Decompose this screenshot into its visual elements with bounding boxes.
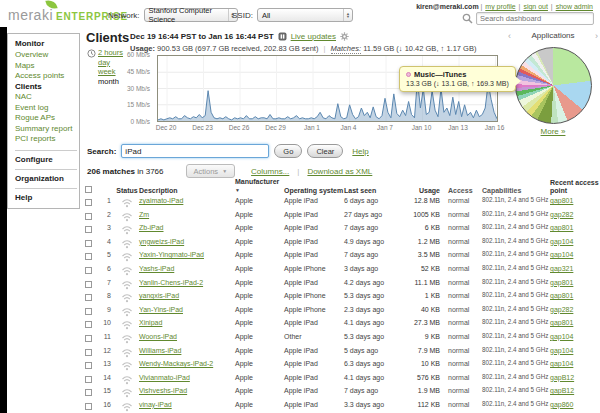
next-widget-arrow[interactable]: › [595,31,598,41]
row-checkbox[interactable] [85,226,92,233]
access-point-link[interactable]: gapB12 [550,387,574,394]
client-link[interactable]: Vishveshs-iPad [139,387,187,394]
row-checkbox[interactable] [85,240,92,247]
show-admin-link[interactable]: show admin [556,3,593,10]
usage-cell: 112 KB [402,401,446,408]
access-point-link[interactable]: gap104 [550,347,573,354]
col-os[interactable]: Operating system [284,187,344,195]
client-link[interactable]: yangxis-iPad [139,292,179,299]
prev-widget-arrow[interactable]: ‹ [508,31,511,41]
access-point-link[interactable]: gap801 [550,197,573,204]
dashboard-search-input[interactable] [476,12,594,25]
my-profile-link[interactable]: my profile [485,3,515,10]
sidebar-item-maps[interactable]: Maps [15,61,77,72]
col-capabilities[interactable]: Capabilities [482,187,550,195]
row-checkbox[interactable] [85,321,92,328]
live-updates-link[interactable]: Live updates [291,32,336,41]
col-description[interactable]: Description [139,187,235,195]
sidebar-section-organization[interactable]: Organization [15,169,77,183]
client-link[interactable]: zyaimato-iPad [139,197,183,204]
client-link[interactable]: vinay-iPad [139,401,172,408]
row-checkbox[interactable] [85,267,92,274]
client-link[interactable]: Williams-iPad [139,347,181,354]
access-point-link[interactable]: gap860 [550,401,573,408]
row-checkbox[interactable] [85,403,92,410]
row-checkbox[interactable] [85,335,92,342]
actions-dropdown[interactable]: Actions ▼ [186,164,236,178]
sidebar-item-event-log[interactable]: Event log [15,103,77,114]
access-point-link[interactable]: gap321 [550,265,573,272]
client-link[interactable]: Yaxin-Yingmato-iPad [139,251,204,258]
access-point-link[interactable]: gap282 [550,211,573,218]
x-tick: Jan 7 [367,124,403,131]
col-status[interactable]: Status [115,187,139,195]
client-search-input[interactable] [121,144,269,158]
columns-link[interactable]: Columns... [251,167,289,176]
network-select[interactable]: Stanford Computer Science ▲▼ [144,8,238,22]
sign-out-link[interactable]: sign out [523,3,548,10]
access-cell: normal [446,319,482,326]
sidebar-item-nac[interactable]: NAC [15,92,77,103]
client-link[interactable]: yngweizs-iPad [139,238,184,245]
sidebar-item-pci-reports[interactable]: PCI reports [15,134,77,145]
sidebar-item-clients[interactable]: Clients [15,82,77,93]
sidebar-item-summary-report[interactable]: Summary report [15,124,77,135]
col-recent-ap[interactable]: Recent access point [550,179,600,194]
sidebar-item-rogue-aps[interactable]: Rogue APs [15,113,77,124]
row-checkbox[interactable] [85,362,92,369]
help-link[interactable]: Help [352,147,368,156]
client-link[interactable]: Zb-iPad [139,224,164,231]
matches-label[interactable]: Matches: [331,44,361,54]
pause-live-icon[interactable] [278,32,287,41]
more-link[interactable]: More » [541,127,566,136]
client-link[interactable]: Yanlin-Chens-iPad-2 [139,279,203,286]
wifi-status-icon [121,361,133,371]
row-checkbox[interactable] [85,308,92,315]
row-checkbox[interactable] [85,253,92,260]
sidebar-item-overview[interactable]: Overview [15,50,77,61]
capabilities-cell: 802.11n, 2.4 and 5 GHz [482,360,550,367]
access-point-link[interactable]: gap801 [550,224,573,231]
client-link[interactable]: Vivianmato-iPad [139,374,190,381]
access-point-link[interactable]: gap104 [550,238,573,245]
clear-button[interactable]: Clear [307,144,343,158]
row-checkbox[interactable] [85,349,92,356]
select-all-checkbox[interactable] [85,186,92,193]
access-point-link[interactable]: gapB12 [550,374,574,381]
col-manufacturer[interactable]: Manufacturer ▼ [235,178,284,194]
access-point-link[interactable]: gap104 [550,333,573,340]
go-button[interactable]: Go [274,144,302,158]
col-access[interactable]: Access [446,187,482,195]
access-point-link[interactable]: gap282 [550,306,573,313]
sidebar-item-access-points[interactable]: Access points [15,71,77,82]
client-link[interactable]: Woons-iPad [139,333,177,340]
gear-icon[interactable] [340,32,349,41]
col-last-seen[interactable]: Last seen [344,187,402,195]
access-point-link[interactable]: gap104 [550,251,573,258]
client-link[interactable]: Yashs-iPad [139,265,174,272]
last-seen-cell: 6 days ago [344,197,402,204]
access-cell: normal [446,265,482,272]
access-point-link[interactable]: gap801 [550,319,573,326]
usage-cell: 9 KB [402,333,446,340]
access-point-link[interactable]: gap104 [550,360,573,367]
col-usage[interactable]: Usage [402,187,446,195]
row-checkbox[interactable] [85,199,92,206]
client-link[interactable]: Yan-Yins-iPad [139,306,183,313]
row-checkbox[interactable] [85,376,92,383]
download-xml-link[interactable]: Download as XML [307,167,372,176]
row-checkbox[interactable] [85,281,92,288]
client-link[interactable]: Xinipad [139,319,162,326]
access-point-link[interactable]: gap801 [550,279,573,286]
sidebar-section-configure[interactable]: Configure [15,150,77,164]
applications-pie-chart[interactable] [515,47,592,124]
row-checkbox[interactable] [85,294,92,301]
client-link[interactable]: Zm [139,211,149,218]
client-link[interactable]: Wendy-Mackays-iPad-2 [139,360,213,367]
table-row: 11Woons-iPadAppleOther5.3 days ago9 KBno… [85,333,600,347]
row-checkbox[interactable] [85,213,92,220]
sidebar-section-help[interactable]: Help [15,188,77,202]
row-checkbox[interactable] [85,389,92,396]
ssid-select[interactable]: All ▲▼ [257,8,353,22]
access-point-link[interactable]: gap801 [550,292,573,299]
